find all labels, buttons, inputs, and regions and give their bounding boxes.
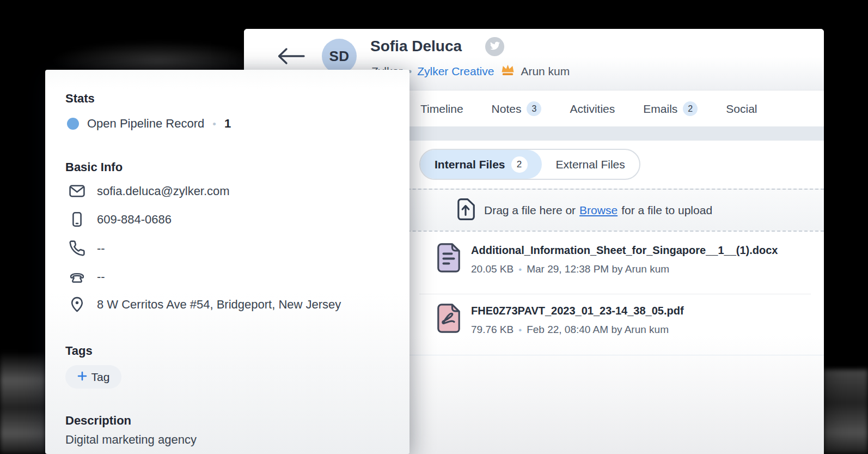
telephone-value: -- [97, 270, 105, 284]
address-row[interactable]: 8 W Cerritos Ave #54, Bridgeport, New Je… [68, 296, 341, 313]
mobile-value: 609-884-0686 [97, 213, 172, 227]
tags-heading: Tags [65, 344, 93, 358]
internal-files-count-badge: 2 [511, 156, 528, 173]
segment-label: Internal Files [435, 158, 505, 171]
mobile-icon [68, 211, 85, 228]
tab-label: Social [726, 102, 757, 116]
browse-link[interactable]: Browse [579, 204, 618, 217]
separator-dot: • [518, 265, 522, 274]
dropzone-text: Drag a file here or Browse for a file to… [484, 204, 712, 217]
file-meta: 20.05 KB • Mar 29, 12:38 PM by Arun kum [471, 263, 669, 275]
stat-label: Open Pipeline Record [87, 117, 204, 131]
telephone-icon [68, 268, 85, 285]
shadow-artifact [823, 370, 868, 454]
phone-value: -- [97, 241, 105, 256]
stats-heading: Stats [65, 92, 95, 106]
file-meta: 79.76 KB • Feb 22, 08:40 AM by Arun kum [471, 324, 669, 336]
twitter-icon [490, 41, 500, 53]
telephone-row[interactable]: -- [68, 268, 105, 285]
phone-row[interactable]: -- [68, 240, 105, 257]
location-icon [68, 296, 85, 313]
emails-count-badge: 2 [683, 101, 698, 116]
files-filter-toggle: Internal Files 2 External Files [419, 149, 640, 180]
divider [419, 294, 811, 294]
owner-name: Arun kum [521, 65, 570, 78]
external-files-segment[interactable]: External Files [542, 150, 639, 179]
description-heading: Description [65, 414, 131, 428]
add-tag-label: Tag [91, 371, 110, 384]
file-uploaded-info: Feb 22, 08:40 AM by Arun kum [527, 324, 669, 336]
twitter-button[interactable] [485, 37, 504, 56]
page-title: Sofia Deluca [370, 38, 462, 55]
tab-timeline[interactable]: Timeline [420, 102, 463, 116]
internal-files-segment[interactable]: Internal Files 2 [420, 150, 542, 179]
avatar[interactable]: SD [322, 39, 357, 74]
tab-label: Activities [570, 102, 615, 116]
file-uploaded-info: Mar 29, 12:38 PM by Arun kum [527, 263, 669, 275]
docx-file-icon [437, 243, 460, 275]
dropzone-text-before: Drag a file here or [484, 204, 576, 217]
tab-notes[interactable]: Notes 3 [492, 101, 542, 116]
back-button[interactable] [276, 45, 306, 67]
separator-dot: • [518, 325, 522, 335]
description-text: Digital marketing agency [65, 433, 197, 447]
plus-icon [77, 371, 87, 384]
file-size: 20.05 KB [471, 263, 514, 275]
tab-label: Timeline [420, 102, 463, 116]
shadow-artifact [0, 352, 46, 454]
segment-label: External Files [556, 158, 625, 171]
tab-social[interactable]: Social [726, 102, 757, 116]
email-value: sofia.deluca@zylker.com [97, 184, 230, 198]
address-value: 8 W Cerritos Ave #54, Bridgeport, New Je… [97, 298, 341, 312]
blue-dot-icon [67, 118, 79, 130]
phone-icon [68, 240, 85, 257]
email-icon [68, 183, 85, 199]
tab-activities[interactable]: Activities [570, 102, 615, 116]
stat-value: 1 [224, 117, 231, 131]
file-upload-icon [456, 198, 475, 222]
account-link[interactable]: Zylker Creative [417, 65, 494, 78]
file-size: 79.76 KB [471, 324, 514, 336]
basic-info-heading: Basic Info [65, 160, 123, 174]
add-tag-button[interactable]: Tag [65, 365, 121, 389]
tab-label: Emails [643, 102, 677, 116]
tab-label: Notes [492, 102, 522, 116]
contact-summary-card: Stats Open Pipeline Record • 1 Basic Inf… [45, 70, 409, 454]
dropzone-text-after: for a file to upload [621, 204, 712, 217]
notes-count-badge: 3 [527, 101, 541, 116]
email-row[interactable]: sofia.deluca@zylker.com [68, 183, 230, 199]
file-name[interactable]: Additional_Information_Sheet_for_Singapo… [471, 244, 778, 257]
tab-emails[interactable]: Emails 2 [643, 101, 698, 116]
pdf-file-icon [437, 304, 460, 335]
arrow-left-icon [276, 59, 306, 69]
stat-row: Open Pipeline Record • 1 [67, 117, 231, 131]
crown-icon [500, 63, 515, 79]
separator-dot: • [212, 119, 216, 129]
file-name[interactable]: FHE0Z73PAVT_2023_01_23-14_38_05.pdf [471, 305, 684, 317]
mobile-row[interactable]: 609-884-0686 [68, 211, 172, 228]
